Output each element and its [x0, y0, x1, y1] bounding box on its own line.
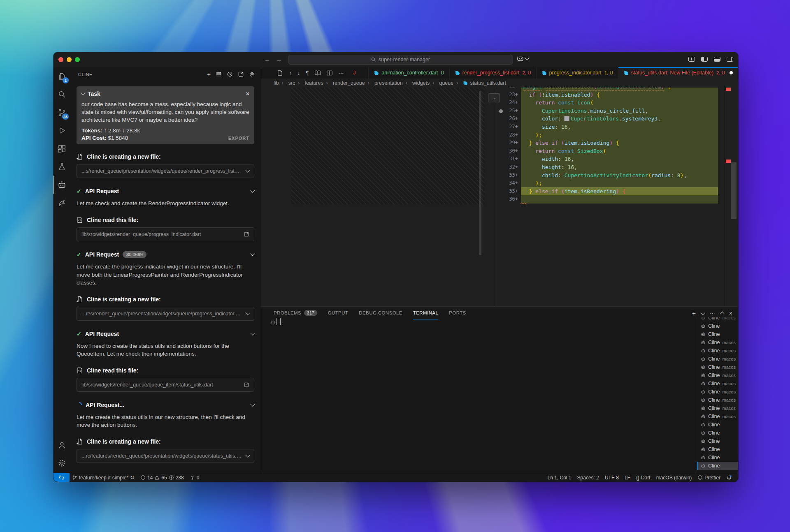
file-path-box[interactable]: lib/src/widgets/render_queue/progress_in… [77, 227, 254, 241]
chevron-down-icon[interactable] [245, 453, 250, 457]
open-changes-icon[interactable] [277, 70, 283, 76]
sidebar-item-testing[interactable] [53, 157, 70, 176]
editor-tab[interactable]: animation_controller.dart U [369, 67, 449, 79]
git-branch-item[interactable]: feature/keep-it-simple* ↻ [70, 473, 137, 482]
split-editor-icon[interactable] [327, 70, 332, 76]
breadcrumb-item[interactable]: status_utils.dart [453, 80, 506, 86]
breadcrumb-item[interactable]: lib [274, 80, 279, 86]
breadcrumb-item[interactable]: queue [430, 80, 453, 86]
accessible-diff-icon[interactable] [314, 70, 321, 76]
panel-tab[interactable]: DEBUG CONSOLE [359, 307, 402, 319]
sidebar-item-cline[interactable] [53, 176, 70, 194]
chevron-down-icon[interactable] [250, 402, 255, 406]
sidebar-item-roo-code[interactable] [53, 194, 70, 212]
terminal-list-item[interactable]: Cline macos [697, 388, 738, 396]
terminal-cursor[interactable] [276, 318, 281, 325]
new-task-icon[interactable]: + [207, 71, 211, 78]
cursor-position-item[interactable]: Ln 1, Col 1 [545, 475, 574, 481]
terminal-list-item[interactable]: Cline macos [697, 363, 738, 371]
terminal-list-item[interactable]: Cline macos [697, 412, 738, 421]
more-actions-icon[interactable]: ··· [710, 310, 715, 316]
terminal-dropdown-icon[interactable] [700, 310, 705, 315]
editor-tab[interactable]: progress_indicator.dart 1, U [537, 67, 618, 79]
chevron-down-icon[interactable] [250, 188, 255, 193]
terminal-list-item[interactable]: Cline macos [697, 396, 738, 404]
api-request-row[interactable]: ✓ API Request [77, 331, 254, 337]
back-icon[interactable]: ← [264, 56, 270, 64]
sidebar-item-extensions[interactable] [53, 139, 70, 157]
terminal-list-item[interactable]: Cline [697, 330, 738, 338]
terminal-list-item[interactable]: Cline [697, 322, 738, 330]
terminal-list-item[interactable]: Cline [697, 437, 738, 445]
formatter-item[interactable]: Prettier [695, 475, 723, 481]
new-terminal-icon[interactable]: + [692, 310, 696, 317]
chevron-down-icon[interactable] [250, 251, 255, 256]
terminal-list-item[interactable]: Cline [697, 445, 738, 453]
open-in-editor-icon[interactable] [238, 71, 244, 77]
file-path-box[interactable]: ...rc/features/render_queue/presentation… [77, 449, 254, 463]
mcp-servers-icon[interactable] [216, 71, 222, 77]
sidebar-item-explorer[interactable]: 1 [53, 67, 70, 85]
terminal-list-item[interactable]: Cline macos [697, 371, 738, 379]
settings-button[interactable] [53, 454, 70, 472]
settings-gear-icon[interactable] [249, 71, 255, 77]
previous-change-icon[interactable]: ↑ [289, 70, 292, 76]
toggle-panel-icon[interactable] [714, 57, 720, 62]
maximize-panel-icon[interactable] [720, 311, 724, 316]
command-center-search[interactable]: super-render-manager [288, 55, 513, 65]
problems-item[interactable]: 14 65 238 [137, 473, 187, 482]
close-panel-icon[interactable]: × [729, 310, 732, 317]
pilcrow-icon[interactable]: ¶ [306, 70, 309, 76]
diff-revert-arrow[interactable]: → [488, 93, 500, 102]
sidebar-item-search[interactable] [53, 85, 70, 103]
api-request-row[interactable]: API Request... [77, 402, 254, 408]
panel-tab[interactable]: TERMINAL [413, 307, 438, 319]
breadcrumb-item[interactable]: src [279, 80, 295, 86]
sidebar-item-run-debug[interactable] [53, 121, 70, 139]
notifications-item[interactable] [723, 475, 735, 481]
api-request-row[interactable]: ✓ API Request [77, 188, 254, 194]
forward-icon[interactable]: → [276, 56, 282, 64]
close-task-icon[interactable]: × [246, 90, 249, 97]
api-request-row[interactable]: ✓ API Request $0.0699 [77, 251, 254, 258]
chevron-down-icon[interactable] [245, 310, 250, 315]
language-item[interactable]: {} Dart [633, 475, 653, 481]
minimize-window-button[interactable] [67, 57, 72, 62]
editor-tab[interactable]: J [350, 67, 369, 79]
chevron-down-icon[interactable] [81, 90, 85, 95]
terminal-list-item[interactable]: Cline [697, 453, 738, 462]
terminal-list-item[interactable]: Cline [697, 462, 738, 470]
terminal-list-item[interactable]: Cline macos [697, 379, 738, 388]
encoding-item[interactable]: UTF-8 [602, 475, 622, 481]
editor-tab[interactable]: status_utils.dart: New File (Editable) 2… [618, 67, 738, 79]
chevron-down-icon[interactable] [250, 331, 255, 335]
sidebar-item-source-control[interactable]: 23 [53, 103, 70, 121]
open-external-icon[interactable] [244, 231, 249, 237]
chevron-down-icon[interactable] [245, 168, 250, 173]
close-window-button[interactable] [58, 57, 63, 62]
left-scrollbar[interactable] [479, 91, 481, 255]
more-actions-icon[interactable]: ··· [338, 70, 344, 76]
editor-scrollbar[interactable] [731, 162, 737, 219]
breadcrumb-item[interactable]: presentation [365, 80, 403, 86]
copilot-menu[interactable] [517, 56, 529, 62]
file-path-box[interactable]: ...s/render_queue/presentation/widgets/q… [77, 164, 254, 178]
os-item[interactable]: macOS (darwin) [653, 475, 695, 481]
export-button[interactable]: EXPORT [228, 136, 249, 141]
ports-item[interactable]: 0 [187, 473, 202, 482]
toggle-secondary-sidebar-icon[interactable] [727, 57, 733, 62]
panel-tab[interactable]: PORTS [449, 307, 466, 319]
terminal-list-item[interactable]: Cline macos [697, 317, 738, 322]
terminal-list-item[interactable]: Cline macos [697, 347, 738, 355]
zoom-window-button[interactable] [75, 57, 80, 62]
remote-indicator[interactable] [53, 473, 70, 482]
breadcrumb-item[interactable]: widgets [403, 80, 430, 86]
terminal-list-item[interactable]: Cline [697, 429, 738, 437]
editor-tab[interactable]: render_progress_list.dart 2, U [450, 67, 537, 79]
toggle-sidebar-icon[interactable] [701, 57, 708, 62]
terminal-list-item[interactable]: Cline macos [697, 404, 738, 412]
breadcrumb-item[interactable]: render_queue [323, 80, 365, 86]
customize-layout-icon[interactable] [688, 57, 695, 62]
eol-item[interactable]: LF [622, 475, 633, 481]
indentation-item[interactable]: Spaces: 2 [574, 475, 602, 481]
